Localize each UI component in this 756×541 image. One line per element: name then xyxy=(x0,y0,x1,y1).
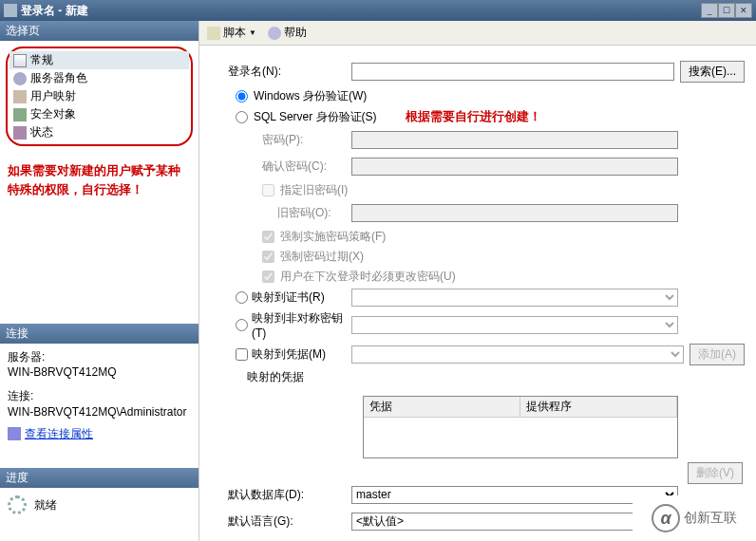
sidebar-circle-annotation: 常规 服务器角色 用户映射 安全对象 状态 xyxy=(6,47,193,146)
auth-sql-radio[interactable] xyxy=(236,111,248,123)
mapped-credentials-label: 映射的凭据 xyxy=(218,369,351,385)
view-connection-label: 查看连接属性 xyxy=(25,426,93,442)
map-certificate-radio[interactable] xyxy=(236,291,248,304)
help-label: 帮助 xyxy=(284,25,307,41)
password-input xyxy=(351,131,678,149)
window-title: 登录名 - 新建 xyxy=(21,3,88,19)
map-credential-select xyxy=(351,345,684,364)
delete-credential-button: 删除(V) xyxy=(688,462,743,484)
login-name-label: 登录名(N): xyxy=(218,64,351,80)
old-password-label: 旧密码(O): xyxy=(218,205,351,221)
sidebar-item-status[interactable]: 状态 xyxy=(9,123,189,141)
form-annotation-note: 根据需要自行进行创建！ xyxy=(406,108,541,125)
map-certificate-label: 映射到证书(R) xyxy=(252,289,325,306)
confirm-password-input xyxy=(351,158,678,176)
maximize-button[interactable]: ☐ xyxy=(718,3,735,18)
app-icon xyxy=(4,4,17,17)
help-icon xyxy=(268,27,281,40)
watermark-text: 创新互联 xyxy=(684,510,737,527)
server-value: WIN-B8RVQT412MQ xyxy=(8,364,191,381)
enforce-policy-label: 强制实施密码策略(F) xyxy=(280,229,386,245)
progress-status: 就绪 xyxy=(34,497,57,513)
specify-old-password-checkbox xyxy=(262,184,274,196)
window-controls: _ ☐ ✕ xyxy=(701,3,752,18)
script-dropdown[interactable]: 脚本 ▼ xyxy=(207,25,256,41)
right-panel: 脚本 ▼ 帮助 登录名(N): 搜索(E)... Windows 身份验证(W)… xyxy=(199,21,756,541)
watermark-logo-icon: α xyxy=(652,504,680,532)
select-page-header: 选择页 xyxy=(0,21,198,41)
sidebar-item-label: 安全对象 xyxy=(30,106,76,122)
add-credential-button: 添加(A) xyxy=(690,344,745,365)
mapped-credentials-list[interactable]: 凭据 提供程序 xyxy=(363,396,678,458)
sidebar-item-label: 常规 xyxy=(30,52,53,68)
sidebar-item-label: 状态 xyxy=(30,124,53,140)
connection-header: 连接 xyxy=(0,324,198,344)
sidebar-item-general[interactable]: 常规 xyxy=(9,51,189,69)
db-icon xyxy=(8,427,21,440)
progress-header: 进度 xyxy=(0,468,198,488)
server-label: 服务器: xyxy=(8,349,191,365)
login-name-input[interactable] xyxy=(351,63,674,81)
window-titlebar: 登录名 - 新建 _ ☐ ✕ xyxy=(0,0,756,21)
map-asymmetric-key-select xyxy=(351,316,678,334)
old-password-input xyxy=(351,204,678,222)
default-language-label: 默认语言(G): xyxy=(218,513,351,530)
auth-windows-label: Windows 身份验证(W) xyxy=(254,88,367,104)
map-credential-checkbox[interactable] xyxy=(236,348,248,361)
connection-info: 服务器: WIN-B8RVQT412MQ 连接: WIN-B8RVQT412MQ… xyxy=(0,344,198,451)
sidebar-item-server-roles[interactable]: 服务器角色 xyxy=(9,69,189,87)
must-change-password-checkbox xyxy=(262,270,274,283)
provider-column-header: 提供程序 xyxy=(520,397,677,417)
auth-sql-label: SQL Server 身份验证(S) xyxy=(254,109,377,125)
default-language-select[interactable]: <默认值> xyxy=(351,513,678,531)
map-asymmetric-key-radio[interactable] xyxy=(236,319,248,331)
search-button[interactable]: 搜索(E)... xyxy=(680,61,745,83)
sidebar-annotation-note: 如果需要对新建的用户赋予某种特殊的权限，自行选择！ xyxy=(0,152,198,208)
map-credential-label: 映射到凭据(M) xyxy=(252,346,326,363)
sidebar-item-user-mapping[interactable]: 用户映射 xyxy=(9,87,189,105)
default-database-select[interactable]: master xyxy=(351,486,678,504)
gear-icon xyxy=(13,72,27,85)
progress-ring-icon xyxy=(8,495,27,514)
user-icon xyxy=(13,90,27,103)
auth-windows-radio[interactable] xyxy=(236,90,248,103)
state-icon xyxy=(13,126,27,140)
script-icon xyxy=(207,27,220,40)
toolbar: 脚本 ▼ 帮助 xyxy=(199,21,756,46)
minimize-button[interactable]: _ xyxy=(701,3,718,18)
credential-column-header: 凭据 xyxy=(364,397,520,417)
help-button[interactable]: 帮助 xyxy=(268,25,307,41)
sidebar-item-securables[interactable]: 安全对象 xyxy=(9,105,189,123)
form-area: 登录名(N): 搜索(E)... Windows 身份验证(W) SQL Ser… xyxy=(199,46,756,541)
chevron-down-icon: ▼ xyxy=(249,28,256,37)
connection-value: WIN-B8RVQT412MQ\Administrator xyxy=(8,404,191,420)
enforce-policy-checkbox xyxy=(262,231,274,243)
map-asymmetric-key-label: 映射到非对称密钥(T) xyxy=(252,310,351,340)
page-icon xyxy=(13,54,27,67)
progress-section: 就绪 xyxy=(0,488,198,522)
confirm-password-label: 确认密码(C): xyxy=(218,159,351,175)
lock-icon xyxy=(13,108,27,121)
close-button[interactable]: ✕ xyxy=(735,3,752,18)
enforce-expiration-label: 强制密码过期(X) xyxy=(280,249,364,265)
sidebar-item-label: 用户映射 xyxy=(30,88,76,104)
default-database-label: 默认数据库(D): xyxy=(218,487,351,503)
script-label: 脚本 xyxy=(223,25,246,41)
map-certificate-select xyxy=(351,289,678,307)
left-panel: 选择页 常规 服务器角色 用户映射 安全对象 xyxy=(0,21,199,541)
sidebar-item-label: 服务器角色 xyxy=(30,70,87,86)
password-label: 密码(P): xyxy=(218,132,351,148)
enforce-expiration-checkbox xyxy=(262,251,274,263)
must-change-password-label: 用户在下次登录时必须更改密码(U) xyxy=(280,269,456,285)
connection-label: 连接: xyxy=(8,388,191,404)
watermark: α 创新互联 xyxy=(633,495,756,541)
specify-old-password-label: 指定旧密码(I) xyxy=(280,182,348,198)
view-connection-properties-link[interactable]: 查看连接属性 xyxy=(8,426,93,442)
